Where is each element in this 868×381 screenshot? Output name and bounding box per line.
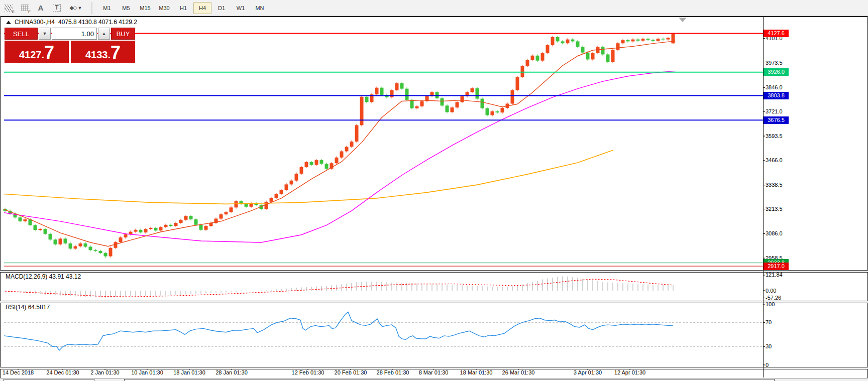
arrows-diamond-icon: ◆◇ xyxy=(70,5,76,11)
price-axis-label: 3466.0 xyxy=(766,157,796,164)
rsi-axis-label: 30 xyxy=(766,343,796,350)
date-axis-label: 3 Apr 01:30 xyxy=(574,369,602,375)
price-axis-label: 3086.0 xyxy=(766,230,796,237)
macd-axis-label: 121.84 xyxy=(766,272,796,278)
tool-sub-letter: F xyxy=(28,10,31,14)
timeframe-button-M15[interactable]: M15 xyxy=(136,2,154,14)
text-a-icon: A xyxy=(38,4,44,12)
price-level-badge: 3926.0 xyxy=(764,68,789,76)
volume-input[interactable] xyxy=(52,28,97,40)
symbol-period-label: CHINA300-,H4 xyxy=(15,19,55,26)
date-axis-label: 12 Feb 01:30 xyxy=(292,369,324,375)
price-axis-label: 3213.5 xyxy=(766,206,796,212)
price-level-badge: 3803.8 xyxy=(764,92,789,99)
date-axis-label: 18 Jan 01:30 xyxy=(173,369,205,375)
price-axis-label: 3338.5 xyxy=(766,182,796,188)
chevron-down-icon: ▼ xyxy=(43,31,47,36)
collapse-triangle-icon[interactable] xyxy=(6,21,11,24)
timeframe-button-H4[interactable]: H4 xyxy=(193,2,211,14)
date-axis-label: 2 Jan 01:30 xyxy=(90,369,120,375)
chart-window xyxy=(0,16,868,381)
bottom-dock-strip xyxy=(0,378,868,381)
grid-f-tool-button[interactable]: F xyxy=(17,1,32,15)
timeframe-button-H1[interactable]: H1 xyxy=(174,2,192,14)
timeframe-button-W1[interactable]: W1 xyxy=(232,2,250,14)
date-axis-label: 28 Jan 01:30 xyxy=(215,369,248,375)
date-axis-label: 18 Mar 01:30 xyxy=(460,369,493,375)
rsi-axis-label: 70 xyxy=(766,319,796,326)
dock-box-left xyxy=(4,379,94,381)
toolbar-group-handle[interactable] xyxy=(91,3,94,14)
volume-decrease-button[interactable]: ▼ xyxy=(39,28,51,40)
sell-price-display[interactable]: 4127. 7 xyxy=(5,41,69,63)
macd-pane-splitter[interactable] xyxy=(0,270,868,273)
chevron-down-icon: ▼ xyxy=(78,6,82,11)
buy-price-main: 4133. xyxy=(85,48,111,61)
trading-platform-screen: E F A T ◆◇ ▼ M1M5M15M30H1H4D1W1MN CHINA3… xyxy=(0,0,868,381)
rsi-axis-label: 0 xyxy=(766,362,796,368)
price-level-badge: 4127.6 xyxy=(764,30,789,37)
ohlc-values-label: 4075.8 4130.8 4071.6 4129.2 xyxy=(58,19,137,26)
one-click-trade-panel: SELL ▼ ▲ BUY 4127. 7 4133. 7 xyxy=(5,28,135,63)
date-axis-label: 28 Feb 01:30 xyxy=(377,369,409,375)
arrows-tool-button[interactable]: ◆◇ ▼ xyxy=(65,1,86,15)
hatch-lines-icon xyxy=(5,5,13,12)
tool-sub-letter: E xyxy=(12,10,15,14)
macd-indicator-label: MACD(12,26,9) 43.91 43.12 xyxy=(6,273,81,280)
date-axis-label: 12 Apr 01:30 xyxy=(614,369,645,375)
text-label-tool-button[interactable]: A xyxy=(33,1,48,15)
buy-button[interactable]: BUY xyxy=(111,28,135,40)
price-level-badge: 3676.5 xyxy=(764,116,789,124)
price-axis-label: 3721.0 xyxy=(766,108,796,115)
rsi-indicator-label: RSI(14) 64.5817 xyxy=(6,304,50,311)
dock-box-right xyxy=(124,379,775,381)
timeframe-button-M1[interactable]: M1 xyxy=(98,2,116,14)
grid-dots-icon xyxy=(21,5,29,11)
sell-price-big-digit: 7 xyxy=(44,44,54,61)
timeframe-button-D1[interactable]: D1 xyxy=(212,2,231,14)
timeframe-button-M5[interactable]: M5 xyxy=(117,2,135,14)
mouse-cursor-marker xyxy=(679,18,687,22)
date-axis-label: 26 Mar 01:30 xyxy=(502,369,535,375)
price-axis-label: 3846.0 xyxy=(766,84,796,91)
macd-axis-label: -57.26 xyxy=(766,295,796,301)
timeframe-button-M30[interactable]: M30 xyxy=(155,2,173,14)
date-axis-label: 14 Dec 2018 xyxy=(3,369,34,375)
timeframe-button-MN[interactable]: MN xyxy=(251,2,269,14)
volume-increase-button[interactable]: ▲ xyxy=(98,28,110,40)
date-axis-label: 20 Feb 01:30 xyxy=(335,369,367,375)
timeframe-button-group: M1M5M15M30H1H4D1W1MN xyxy=(97,2,269,14)
sell-button[interactable]: SELL xyxy=(5,28,38,40)
price-level-badge: 2917.0 xyxy=(764,263,789,270)
sell-price-main: 4127. xyxy=(19,48,44,61)
date-axis-label: 10 Jan 01:30 xyxy=(131,369,163,375)
date-axis-label: 8 Mar 01:30 xyxy=(419,369,449,375)
price-axis-label: 3593.5 xyxy=(766,133,796,140)
toolbar: E F A T ◆◇ ▼ M1M5M15M30H1H4D1W1MN xyxy=(0,0,868,16)
chart-header: CHINA300-,H4 4075.8 4130.8 4071.6 4129.2 xyxy=(6,19,137,26)
date-axis-label: 24 Dec 01:30 xyxy=(46,369,79,375)
buy-price-big-digit: 7 xyxy=(111,44,121,61)
price-axis-label: 3973.5 xyxy=(766,60,796,66)
buy-price-display[interactable]: 4133. 7 xyxy=(71,41,135,63)
rsi-pane-splitter[interactable] xyxy=(0,301,868,303)
macd-axis-label: 0.00 xyxy=(766,288,796,294)
text-box-tool-button[interactable]: T xyxy=(49,1,64,15)
text-box-t-icon: T xyxy=(53,4,60,12)
draw-hatch-e-tool-button[interactable]: E xyxy=(1,1,16,15)
chevron-up-icon: ▲ xyxy=(102,31,106,36)
rsi-axis-label: 100 xyxy=(766,301,796,308)
